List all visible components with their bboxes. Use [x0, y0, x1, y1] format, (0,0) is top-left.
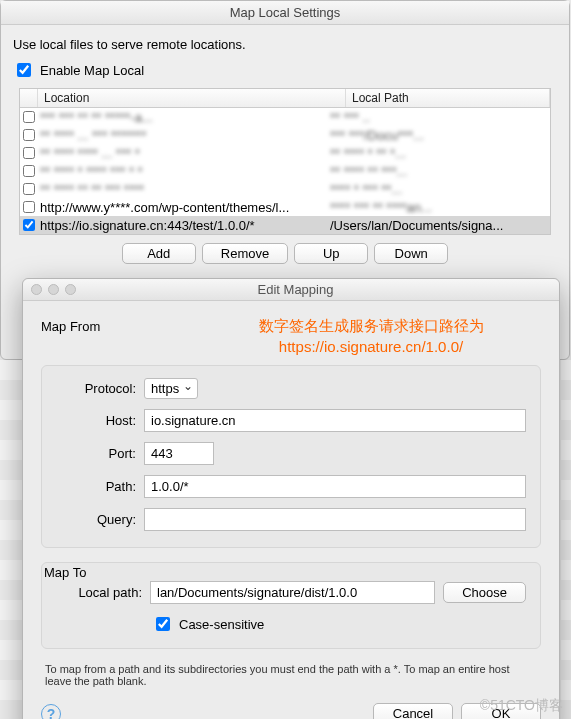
- table-row[interactable]: https://io.signature.cn:443/test/1.0.0/*…: [20, 216, 550, 234]
- instruction-text: Use local files to serve remote location…: [13, 37, 557, 52]
- up-button[interactable]: Up: [294, 243, 368, 264]
- query-label: Query:: [56, 512, 136, 527]
- enable-map-local-checkbox[interactable]: [17, 63, 31, 77]
- case-sensitive-label: Case-sensitive: [179, 617, 264, 632]
- watermark-text: ©51CTO博客: [480, 697, 563, 715]
- path-input[interactable]: [144, 475, 526, 498]
- remove-button[interactable]: Remove: [202, 243, 288, 264]
- column-header-location[interactable]: Location: [38, 89, 346, 107]
- edit-mapping-dialog: Edit Mapping Map From 数字签名生成服务请求接口路径为 ht…: [22, 278, 560, 719]
- row-checkbox[interactable]: [23, 165, 35, 177]
- table-row[interactable]: *** *** ** ** *****-a...** *** ..: [20, 108, 550, 126]
- enable-map-local-label: Enable Map Local: [40, 63, 144, 78]
- mappings-table: Location Local Path *** *** ** ** *****-…: [19, 88, 551, 235]
- port-label: Port:: [56, 446, 136, 461]
- table-row[interactable]: ** **** ... *** ********** ***/Docu***..…: [20, 126, 550, 144]
- window-title: Map Local Settings: [1, 1, 569, 25]
- cancel-button[interactable]: Cancel: [373, 703, 453, 719]
- protocol-label: Protocol:: [56, 381, 136, 396]
- row-checkbox[interactable]: [23, 147, 35, 159]
- local-path-input[interactable]: [150, 581, 435, 604]
- table-row[interactable]: http://www.y****.com/wp-content/themes/l…: [20, 198, 550, 216]
- local-path-label: Local path:: [56, 585, 142, 600]
- row-checkbox[interactable]: [23, 183, 35, 195]
- map-to-group: Map To Local path: Choose Case-sensitive: [41, 562, 541, 649]
- choose-button[interactable]: Choose: [443, 582, 526, 603]
- hint-text: To map from a path and its subdirectorie…: [45, 663, 537, 687]
- table-row[interactable]: ** **** * **** *** * *** **** ** ***...: [20, 162, 550, 180]
- row-checkbox[interactable]: [23, 201, 35, 213]
- down-button[interactable]: Down: [374, 243, 448, 264]
- host-label: Host:: [56, 413, 136, 428]
- table-row[interactable]: ** **** **** ... *** *** **** * ** *...: [20, 144, 550, 162]
- case-sensitive-checkbox[interactable]: [156, 617, 170, 631]
- row-checkbox[interactable]: [23, 111, 35, 123]
- row-checkbox[interactable]: [23, 219, 35, 231]
- dialog-title: Edit Mapping: [40, 282, 551, 297]
- column-header-local-path[interactable]: Local Path: [346, 89, 550, 107]
- map-from-group: Protocol: https Host: Port: Path: Query:: [41, 365, 541, 548]
- host-input[interactable]: [144, 409, 526, 432]
- table-row[interactable]: ** **** ** ** *** ******** * *** **...: [20, 180, 550, 198]
- row-checkbox[interactable]: [23, 129, 35, 141]
- map-from-label: Map From: [41, 319, 100, 334]
- add-button[interactable]: Add: [122, 243, 196, 264]
- query-input[interactable]: [144, 508, 526, 531]
- map-to-label: Map To: [44, 565, 86, 580]
- help-icon[interactable]: ?: [41, 704, 61, 720]
- annotation-text: 数字签名生成服务请求接口路径为 https://io.signature.cn/…: [201, 315, 541, 357]
- port-input[interactable]: [144, 442, 214, 465]
- protocol-select[interactable]: https: [144, 378, 198, 399]
- path-label: Path:: [56, 479, 136, 494]
